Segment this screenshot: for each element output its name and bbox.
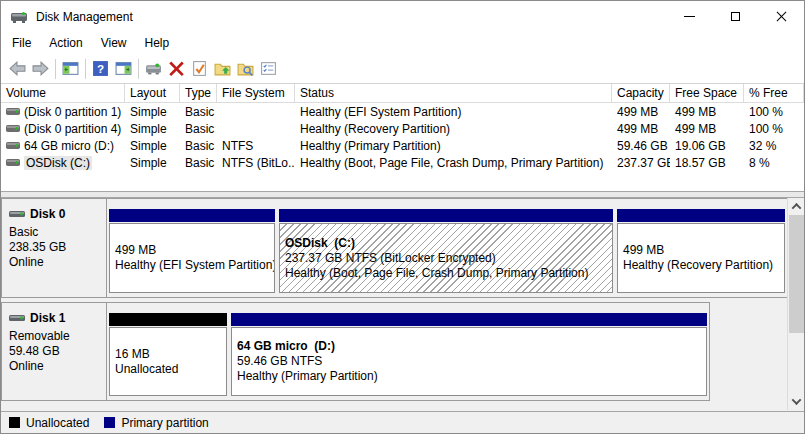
delete-x-icon — [168, 60, 185, 77]
partition-64gb-micro-d[interactable]: 64 GB micro (D:) 59.46 GB NTFS Healthy (… — [231, 313, 707, 396]
disk-0-status: Online — [9, 255, 106, 270]
chevron-down-icon — [791, 395, 801, 405]
legend-primary-partition-swatch — [104, 417, 115, 428]
column-header-free-space[interactable]: Free Space — [670, 84, 744, 102]
disk-0-row: Disk 0 Basic 238.35 GB Online 499 MB Hea… — [1, 198, 788, 298]
disk-0-type: Basic — [9, 225, 106, 240]
folder-search-icon — [237, 60, 254, 77]
folder-up-icon — [214, 60, 231, 77]
menubar: File Action View Help — [1, 32, 804, 54]
menu-help[interactable]: Help — [136, 33, 179, 53]
partition-color-strip — [109, 209, 275, 222]
scrollbar-thumb[interactable] — [789, 215, 804, 333]
partition-color-strip — [279, 209, 613, 222]
partition-unallocated[interactable]: 16 MB Unallocated — [109, 313, 227, 396]
minimize-icon — [684, 16, 695, 17]
disk-graphical-pane: Disk 0 Basic 238.35 GB Online 499 MB Hea… — [1, 198, 804, 411]
pane-splitter[interactable] — [1, 191, 804, 198]
menu-file[interactable]: File — [3, 33, 40, 53]
volume-list-empty-space — [1, 171, 804, 191]
volume-row-64gb-micro[interactable]: 64 GB micro (D:) Simple Basic NTFS Healt… — [1, 137, 804, 154]
menu-view[interactable]: View — [92, 33, 136, 53]
console-tree-icon — [62, 60, 79, 77]
column-header-type[interactable]: Type — [180, 84, 217, 102]
disk-1-type: Removable — [9, 329, 106, 344]
volume-list-header: Volume Layout Type File System Status Ca… — [1, 84, 804, 103]
partition-efi-system[interactable]: 499 MB Healthy (EFI System Partition) — [109, 209, 275, 293]
back-arrow-icon — [9, 60, 26, 77]
show-action-pane-button[interactable] — [112, 57, 135, 80]
disk-1-label[interactable]: Disk 1 Removable 59.48 GB Online — [2, 303, 107, 400]
volume-icon — [6, 124, 20, 133]
drive-icon — [145, 60, 162, 77]
volume-icon — [6, 141, 20, 150]
back-button[interactable] — [6, 57, 29, 80]
volume-icon — [6, 158, 20, 167]
disk-pane-scrollbar[interactable] — [787, 198, 804, 410]
volume-row-disk0-partition4[interactable]: (Disk 0 partition 4) Simple Basic Health… — [1, 120, 804, 137]
drive-properties-button[interactable] — [142, 57, 165, 80]
column-header-percent-free[interactable]: % Free — [744, 84, 804, 102]
delete-volume-button[interactable] — [165, 57, 188, 80]
volume-row-disk0-partition1[interactable]: (Disk 0 partition 1) Simple Basic Health… — [1, 103, 804, 120]
forward-button[interactable] — [29, 57, 52, 80]
maximize-icon — [731, 12, 740, 21]
disk-1-row: Disk 1 Removable 59.48 GB Online 16 MB U… — [1, 302, 710, 401]
action-pane-icon — [115, 60, 132, 77]
disk-1-capacity: 59.48 GB — [9, 344, 106, 359]
legend-unallocated-label: Unallocated — [26, 416, 89, 430]
forward-arrow-icon — [32, 60, 49, 77]
minimize-button[interactable] — [666, 1, 712, 32]
close-button[interactable] — [758, 1, 804, 32]
help-icon: ? — [92, 60, 109, 77]
partition-osdisk-c[interactable]: OSDisk (C:) 237.37 GB NTFS (BitLocker En… — [279, 209, 613, 293]
selected-volume-name: OSDisk (C:) — [24, 156, 92, 170]
task-list-button[interactable] — [257, 57, 280, 80]
help-button[interactable]: ? — [89, 57, 112, 80]
disk-0-label[interactable]: Disk 0 Basic 238.35 GB Online — [2, 199, 107, 297]
column-header-status[interactable]: Status — [295, 84, 612, 102]
disk-0-capacity: 238.35 GB — [9, 240, 106, 255]
legend-bar: Unallocated Primary partition — [1, 411, 804, 433]
legend-unallocated-swatch — [9, 417, 20, 428]
volume-row-osdisk[interactable]: OSDisk (C:) Simple Basic NTFS (BitLo... … — [1, 154, 804, 171]
disk-management-window: Disk Management File Action View Help ? … — [0, 0, 805, 434]
toolbar: ? — [1, 54, 804, 84]
column-header-capacity[interactable]: Capacity — [612, 84, 670, 102]
disk-icon — [9, 313, 25, 324]
selected-partition-body: OSDisk (C:) 237.37 GB NTFS (BitLocker En… — [279, 223, 613, 293]
chevron-up-icon — [791, 203, 801, 213]
disk-management-app-icon — [11, 10, 28, 24]
toolbar-separator — [55, 59, 56, 79]
open-button[interactable] — [211, 57, 234, 80]
explore-button[interactable] — [234, 57, 257, 80]
mark-partition-active-button[interactable] — [188, 57, 211, 80]
partition-color-strip — [109, 313, 227, 326]
legend-primary-partition-label: Primary partition — [121, 416, 208, 430]
column-header-layout[interactable]: Layout — [125, 84, 180, 102]
disk-1-status: Online — [9, 359, 106, 374]
partition-recovery[interactable]: 499 MB Healthy (Recovery Partition) — [617, 209, 785, 293]
task-list-icon — [260, 60, 277, 77]
column-header-volume[interactable]: Volume — [1, 84, 125, 102]
partition-color-strip — [231, 313, 707, 326]
check-document-icon — [191, 60, 208, 77]
partition-color-strip — [617, 209, 785, 222]
svg-text:?: ? — [97, 62, 104, 75]
volume-list: Volume Layout Type File System Status Ca… — [1, 84, 804, 191]
column-header-file-system[interactable]: File System — [217, 84, 295, 102]
titlebar: Disk Management — [1, 1, 804, 32]
maximize-button[interactable] — [712, 1, 758, 32]
scroll-down-button[interactable] — [788, 393, 804, 410]
menu-action[interactable]: Action — [40, 33, 91, 53]
disk-icon — [9, 209, 25, 220]
volume-icon — [6, 107, 20, 116]
show-console-tree-button[interactable] — [59, 57, 82, 80]
scroll-up-button[interactable] — [788, 198, 804, 215]
window-title: Disk Management — [36, 10, 133, 24]
